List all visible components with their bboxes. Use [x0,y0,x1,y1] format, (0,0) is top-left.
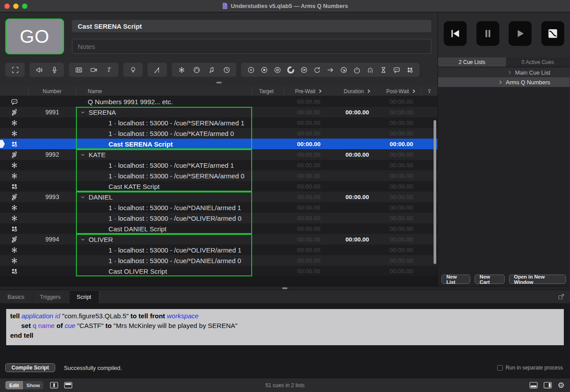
cue-name-cell[interactable]: 1 · localhost : 53000 - /cue/*SERENA/arm… [76,170,253,181]
post-wait-value[interactable]: 00:00.00 [381,204,421,211]
open-in-new-window-button[interactable]: Open in New Window [509,275,566,284]
cue-name-cell[interactable]: 1 · localhost : 53000 - /cue/*DANIEL/arm… [76,202,253,213]
column-collapse-chevron[interactable] [318,89,322,93]
toolbar-film-button[interactable] [75,66,83,74]
cue-row-group[interactable]: 9992KATE00:00.0000:00.0000:00.00 [0,149,438,160]
post-wait-value[interactable]: 00:00.00 [381,268,421,275]
window-top-button[interactable] [64,382,72,388]
pre-wait-value[interactable]: 00:00.00 [284,173,333,179]
cue-row-network[interactable]: 1 · localhost : 53000 - /cue/*DANIEL/arm… [0,202,438,213]
pre-wait-value[interactable]: 00:00.00 [284,194,333,200]
post-wait-value[interactable]: 00:00.00 [381,215,421,222]
toolbar-hourglass-button[interactable] [379,66,387,74]
mode-edit-button[interactable]: Edit [5,381,23,389]
pre-wait-value[interactable]: 00:00.00 [284,120,333,126]
cue-row-group[interactable]: 9991SERENA00:00.0000:00.0000:00.00 [0,107,438,117]
cue-row-network[interactable]: 1 · localhost : 53000 - /cue/*SERENA/arm… [0,170,438,181]
toolbar-speech-bubble-button[interactable] [393,66,400,74]
post-wait-value[interactable]: 00:00.00 [381,226,421,232]
close-button[interactable] [4,4,10,9]
column-collapse-chevron[interactable] [412,89,416,93]
cue-number-cell[interactable]: 9993 [29,193,76,200]
duration-value[interactable]: 00:00.00 [333,109,381,116]
post-wait-value[interactable]: 00:00.00 [381,162,421,169]
pre-wait-value[interactable]: 00:00.00 [284,236,333,243]
cue-number-cell[interactable]: 9994 [29,236,76,243]
settings-gear-icon[interactable]: ⚙ [558,381,565,389]
pre-wait-value[interactable]: 00:00.00 [284,226,333,232]
toolbar-arm-arch-button[interactable] [366,66,374,74]
toolbar-reset-arrow-button[interactable] [313,66,321,74]
post-wait-value[interactable]: 00:00.00 [381,130,421,137]
toolbar-circle-play-button[interactable] [247,66,255,74]
cue-name-field[interactable] [72,20,431,32]
toolbar-microphone-button[interactable] [50,66,58,74]
cue-list-item[interactable]: Arms Q Numbers [438,77,570,87]
inspector-tab-triggers[interactable]: Triggers [32,290,68,303]
vertical-scrollbar[interactable] [434,120,436,264]
post-wait-value[interactable]: 00:00.00 [381,194,421,200]
inspector-tab-basics[interactable]: Basics [0,290,32,303]
toolbar-circle-fade-button[interactable] [287,66,294,74]
toolbar-selection-corners-button[interactable] [11,66,19,74]
post-wait-value[interactable]: 00:00.00 [381,247,421,253]
pre-wait-value[interactable]: 00:00.00 [284,109,333,116]
window-vsplit-button[interactable] [50,382,58,388]
toolbar-italic-t-button[interactable]: T [105,66,113,74]
disclosure-triangle[interactable] [80,152,85,157]
transport-pause-bars-button[interactable] [476,21,499,46]
toolbar-fade-curve-button[interactable] [153,66,161,74]
cue-number-cell[interactable]: 9992 [29,151,76,158]
post-wait-value[interactable]: 00:00.00 [381,257,421,264]
cue-name-cell[interactable]: 1 · localhost : 53000 - /cue/*OLIVER/arm… [76,213,253,223]
new-cart-button[interactable]: New Cart [475,275,505,284]
post-wait-value[interactable]: 00:00.00 [381,173,421,179]
pre-wait-value[interactable]: 00:00.00 [284,162,333,169]
cue-name-cell[interactable]: Cast SERENA Script [76,139,253,149]
cue-row-network[interactable]: 1 · localhost : 53000 - /cue/*KATE/armed… [0,128,438,139]
cue-name-cell[interactable]: 1 · localhost : 53000 - /cue/*OLIVER/arm… [76,245,253,255]
post-wait-value[interactable]: 00:00.00 [381,183,421,190]
transport-play-triangle-button[interactable] [509,21,532,46]
pre-wait-value[interactable]: 00:00.00 [284,98,333,105]
cue-row-group[interactable]: 9994OLIVER00:00.0000:00.0000:00.00 [0,234,438,245]
cue-row-network[interactable]: 1 · localhost : 53000 - /cue/*OLIVER/arm… [0,245,438,255]
pre-wait-value[interactable]: 00:00.00 [284,183,333,190]
post-wait-value[interactable]: 00:00.00 [381,236,421,243]
toolbar-midi-din-button[interactable] [193,66,200,74]
disclosure-triangle[interactable] [80,237,85,242]
splitter-handle-bottom[interactable] [282,287,287,289]
toolbar-circle-stop-button[interactable] [260,66,268,74]
cue-name-cell[interactable]: Cast KATE Script [76,181,253,192]
compile-script-button[interactable]: Compile Script [5,363,55,372]
pre-wait-value[interactable]: 00:00.00 [284,141,333,147]
toolbar-speaker-button[interactable] [35,66,43,74]
open-external-editor-button[interactable] [558,293,565,302]
disclosure-triangle[interactable] [80,195,85,200]
toolbar-power-button[interactable] [353,66,361,74]
post-wait-value[interactable]: 00:00.00 [381,120,421,126]
cue-name-cell[interactable]: 1 · localhost : 53000 - /cue/*SERENA/arm… [76,117,253,128]
cue-name-cell[interactable]: Cast DANIEL Script [76,223,253,234]
zoom-button[interactable] [22,4,27,9]
toolbar-circle-skip-back-button[interactable] [300,66,308,74]
cue-row-network[interactable]: 1 · localhost : 53000 - /cue/*KATE/armed… [0,160,438,170]
transport-skip-back-button[interactable] [444,21,467,46]
pre-wait-value[interactable]: 00:00.00 [284,130,333,137]
cue-row-group[interactable]: 9993DANIEL00:00.0000:00.0000:00.00 [0,192,438,202]
toolbar-camera-button[interactable] [90,66,98,74]
post-wait-value[interactable]: 00:00.00 [381,109,421,116]
tab-2-cue-lists[interactable]: 2 Cue Lists [438,57,506,67]
go-button[interactable]: GO [5,19,64,54]
cue-row-script[interactable]: Cast OLIVER Script00:00.0000:00.00 [0,266,438,276]
cue-row-script[interactable]: Cast DANIEL Script00:00.0000:00.00 [0,223,438,234]
toolbar-network-hub-button[interactable] [177,66,185,74]
toolbar-circle-arrow-down-right-button[interactable] [340,66,347,74]
pre-wait-value[interactable]: 00:00.00 [284,268,333,275]
cue-row-memo[interactable]: Q Numbers 9991 9992... etc.00:00.0000:00… [0,96,438,107]
toolbar-music-note-button[interactable] [208,66,215,74]
duration-value[interactable]: 00:00.00 [333,194,381,200]
post-wait-value[interactable]: 00:00.00 [381,151,421,158]
toolbar-arrow-right-button[interactable] [326,66,334,74]
cue-name-cell[interactable]: 1 · localhost : 53000 - /cue/*KATE/armed… [76,160,253,170]
